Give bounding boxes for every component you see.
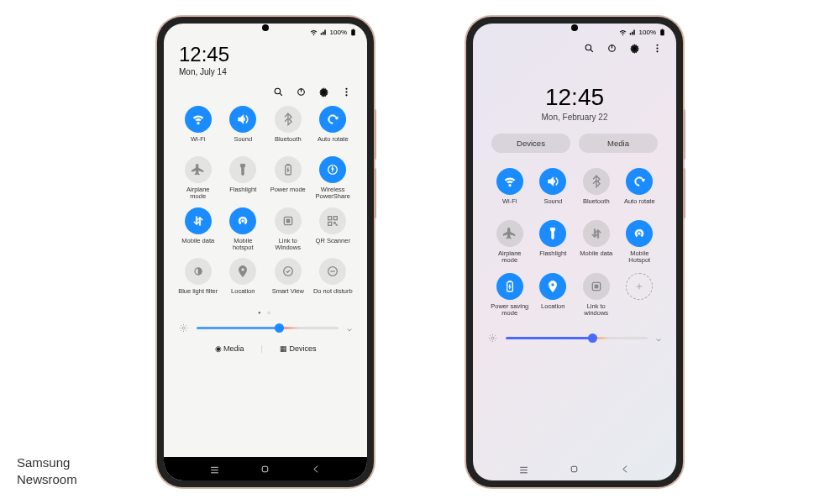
more-icon[interactable] [341, 87, 352, 97]
tile-hotspot[interactable]: Mobile hotspot [221, 207, 266, 252]
add-icon[interactable] [626, 273, 653, 300]
tile-link[interactable]: Link to windows [575, 273, 618, 318]
tile-wifi[interactable]: Wi-Fi [176, 106, 221, 150]
sound-icon[interactable] [539, 168, 566, 195]
more-icon[interactable] [652, 43, 663, 54]
phone-left: 100% 12:45 Mon, July 14 Wi-FiSoundBlueto… [157, 17, 374, 487]
slider-thumb[interactable] [588, 333, 597, 343]
tile-qr[interactable]: QR Scanner [311, 207, 356, 252]
svg-rect-39 [662, 29, 664, 29]
back-button[interactable] [620, 464, 631, 475]
location-icon[interactable] [229, 258, 256, 285]
tile-mobiledata[interactable]: Mobile data [176, 207, 221, 252]
mobiledata-icon[interactable] [583, 220, 610, 247]
tile-add[interactable] [618, 273, 662, 318]
nav-bar [164, 457, 367, 480]
bluetooth-icon[interactable] [583, 168, 610, 195]
hotspot-icon[interactable] [229, 207, 256, 234]
recents-button[interactable] [209, 464, 220, 475]
watermark: Samsung Newsroom [17, 454, 77, 487]
chevron-down-icon[interactable]: ⌵ [656, 333, 661, 343]
mobiledata-icon[interactable] [185, 207, 212, 234]
tile-label: QR Scanner [316, 238, 350, 251]
powermode-icon[interactable] [275, 156, 302, 183]
tile-link[interactable]: Link to Windows [265, 207, 311, 252]
tile-powermode[interactable]: Power saving mode [488, 273, 532, 318]
flashlight-icon[interactable] [229, 156, 256, 183]
tile-sound[interactable]: Sound [221, 106, 266, 150]
dnd-icon[interactable] [319, 258, 346, 285]
svg-line-60 [490, 335, 491, 336]
tile-powermode[interactable]: Power mode [265, 156, 311, 201]
home-button[interactable] [260, 464, 270, 475]
tile-airplane[interactable]: Airplane mode [488, 220, 532, 265]
tile-bluetooth[interactable]: Bluetooth [575, 168, 618, 212]
tile-rotate[interactable]: Auto rotate [618, 168, 662, 212]
search-icon[interactable] [584, 43, 595, 54]
link-icon[interactable] [583, 273, 610, 300]
svg-point-2 [275, 88, 281, 94]
svg-rect-17 [334, 216, 338, 219]
pills-row: Devices Media [473, 134, 676, 166]
wifi-status-icon [619, 29, 627, 36]
svg-point-48 [638, 233, 641, 235]
media-pill[interactable]: Media [579, 134, 658, 153]
tile-smartview[interactable]: Smart View [265, 258, 311, 302]
search-icon[interactable] [273, 87, 284, 97]
svg-line-61 [495, 340, 496, 341]
airplane-icon[interactable] [496, 220, 523, 247]
wifi-icon[interactable] [185, 106, 212, 133]
header: 12:45 Mon, July 14 [164, 39, 367, 83]
qr-icon[interactable] [319, 207, 346, 234]
smartview-icon[interactable] [275, 258, 302, 285]
settings-icon[interactable] [629, 43, 640, 54]
settings-icon[interactable] [318, 87, 329, 97]
home-button[interactable] [569, 464, 580, 475]
powermode-icon[interactable] [496, 273, 523, 300]
powershare-icon[interactable] [319, 156, 346, 183]
tile-label: Link to windows [576, 303, 617, 318]
tile-location[interactable]: Location [221, 258, 266, 302]
recents-button[interactable] [518, 464, 529, 475]
tile-flashlight[interactable]: Flashlight [532, 220, 575, 265]
tile-bluetooth[interactable]: Bluetooth [265, 106, 311, 150]
chevron-down-icon[interactable]: ⌵ [347, 323, 352, 333]
back-button[interactable] [311, 464, 322, 475]
media-button[interactable]: ◉ Media [215, 344, 244, 353]
flashlight-icon[interactable] [539, 220, 566, 247]
svg-rect-16 [328, 216, 332, 219]
brightness-slider[interactable] [506, 337, 648, 339]
svg-point-40 [585, 45, 591, 50]
power-icon[interactable] [606, 43, 617, 54]
devices-button[interactable]: ▦ Devices [280, 344, 317, 353]
tile-sound[interactable]: Sound [532, 168, 575, 212]
tile-mobiledata[interactable]: Mobile data [575, 220, 618, 265]
rotate-icon[interactable] [319, 106, 346, 133]
toolbar [164, 83, 367, 102]
tile-flashlight[interactable]: Flashlight [221, 156, 266, 201]
rotate-icon[interactable] [626, 168, 653, 195]
tile-location[interactable]: Location [532, 273, 575, 318]
svg-point-8 [345, 91, 347, 92]
sound-icon[interactable] [229, 106, 256, 133]
tile-airplane[interactable]: Airplane mode [176, 156, 221, 201]
tile-powershare[interactable]: Wireless PowerShare [311, 156, 356, 201]
tile-hotspot[interactable]: Mobile Hotspot [618, 220, 662, 265]
hotspot-icon[interactable] [626, 220, 653, 247]
wifi-icon[interactable] [496, 168, 523, 195]
tile-rotate[interactable]: Auto rotate [311, 106, 356, 150]
bluelight-icon[interactable] [185, 258, 212, 285]
power-icon[interactable] [296, 87, 307, 97]
clock-time: 12:45 [179, 43, 352, 66]
link-icon[interactable] [275, 207, 302, 234]
airplane-icon[interactable] [185, 156, 212, 183]
devices-pill[interactable]: Devices [491, 134, 570, 153]
svg-line-32 [181, 330, 181, 331]
tile-dnd[interactable]: Do not disturb [311, 258, 356, 302]
tile-wifi[interactable]: Wi-Fi [488, 168, 532, 212]
slider-thumb[interactable] [275, 323, 284, 333]
bluetooth-icon[interactable] [275, 106, 302, 133]
location-icon[interactable] [539, 273, 566, 300]
tile-bluelight[interactable]: Blue light filter [176, 258, 221, 302]
brightness-slider[interactable] [197, 327, 339, 329]
